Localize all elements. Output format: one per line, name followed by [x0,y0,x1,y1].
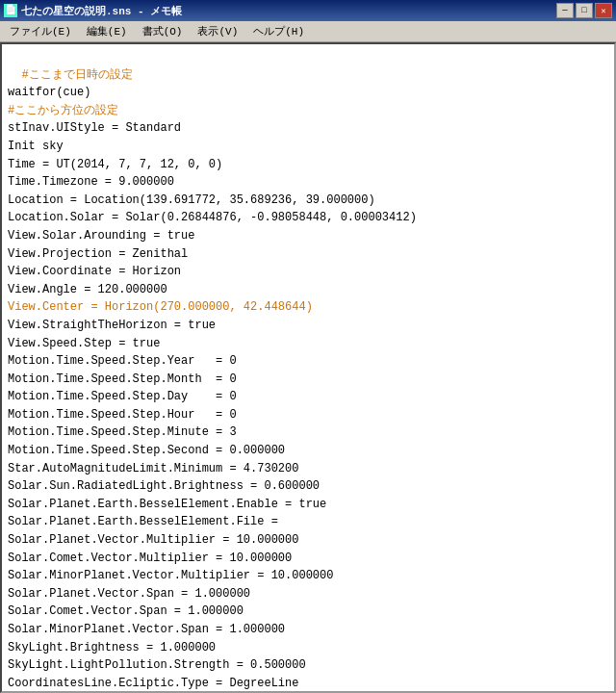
editor-line: Time.Timezone = 9.000000 [8,175,174,189]
editor-line: View.Speed.Step = true [8,337,160,350]
editor-line: stInav.UIStyle = Standard [8,121,181,135]
editor-line: View.Center = Horizon(270.000000, 42.448… [8,300,313,314]
menu-file[interactable]: ファイル(E) [2,22,79,41]
editor-line: SkyLight.LightPollution.Strength = 0.500… [8,658,306,672]
editor-line: Star.AutoMagnitudeLimit.Minimum = 4.7302… [8,462,298,475]
menu-edit[interactable]: 編集(E) [79,22,135,41]
editor-line: Solar.Planet.Earth.BesselElement.Enable … [8,498,326,511]
maximize-button[interactable]: □ [576,3,593,18]
menu-format[interactable]: 書式(O) [135,22,191,41]
editor-line: Location.Solar = Solar(0.26844876, -0.98… [8,211,417,224]
editor-line: Solar.Planet.Earth.BesselElement.File = [8,515,278,528]
app-icon: 📄 [4,4,17,17]
editor-line: Motion.Time.Speed.Step.Second = 0.000000 [8,444,285,457]
editor-line: Time = UT(2014, 7, 7, 12, 0, 0) [8,158,222,171]
editor-line: #ここまで日時の設定 [21,68,132,82]
window-title: 七たの星空の説明.sns - メモ帳 [21,4,182,18]
editor-line: Motion.Time.Speed.Step.Month = 0 [8,372,237,386]
editor-container: #ここまで日時の設定 waitfor(cue) #ここから方位の設定 stIna… [0,42,616,693]
menu-help[interactable]: ヘルプ(H) [245,22,312,41]
editor-line: CoordinatesLine.Ecliptic.Type = DegreeLi… [8,677,298,690]
editor-line: Solar.Planet.Vector.Multiplier = 10.0000… [8,533,298,547]
editor-line: View.StraightTheHorizon = true [8,319,216,332]
editor-line: Motion.Time.Speed.Step.Minute = 3 [8,425,237,439]
title-bar-text: 📄 七たの星空の説明.sns - メモ帳 [4,4,182,18]
editor-line: Solar.Comet.Vector.Span = 1.000000 [8,604,244,618]
editor-line: View.Angle = 120.000000 [8,283,167,296]
menu-view[interactable]: 表示(V) [190,22,245,41]
editor-line: Solar.Sun.RadiatedLight.Brightness = 0.6… [8,479,320,493]
editor-line: Init sky [8,140,64,153]
editor-line: Solar.Planet.Vector.Span = 1.000000 [8,587,250,601]
editor-line: Solar.MinorPlanet.Vector.Span = 1.000000 [8,623,285,636]
editor-content[interactable]: #ここまで日時の設定 waitfor(cue) #ここから方位の設定 stIna… [2,44,614,691]
editor-line: SkyLight.Brightness = 1.000000 [8,641,216,654]
editor-line: View.Projection = Zenithal [8,247,188,261]
close-button[interactable]: ✕ [595,3,612,18]
editor-line: View.Solar.Arounding = true [8,229,194,243]
title-bar-buttons: ─ □ ✕ [556,3,612,18]
title-bar: 📄 七たの星空の説明.sns - メモ帳 ─ □ ✕ [0,0,616,21]
menu-bar: ファイル(E) 編集(E) 書式(O) 表示(V) ヘルプ(H) [0,21,616,42]
editor-line: Motion.Time.Speed.Step.Day = 0 [8,390,237,403]
minimize-button[interactable]: ─ [556,3,574,18]
editor-line: Solar.MinorPlanet.Vector.Multiplier = 10… [8,569,333,582]
editor-line: Location = Location(139.691772, 35.68923… [8,193,375,207]
editor-line: Motion.Time.Speed.Step.Year = 0 [8,354,237,368]
editor-line: Motion.Time.Speed.Step.Hour = 0 [8,408,237,422]
editor-line: View.Coordinate = Horizon [8,265,181,278]
editor-line: Solar.Comet.Vector.Multiplier = 10.00000… [8,552,292,565]
editor-line: waitfor(cue) [8,86,90,99]
editor-line: #ここから方位の設定 [8,104,118,117]
